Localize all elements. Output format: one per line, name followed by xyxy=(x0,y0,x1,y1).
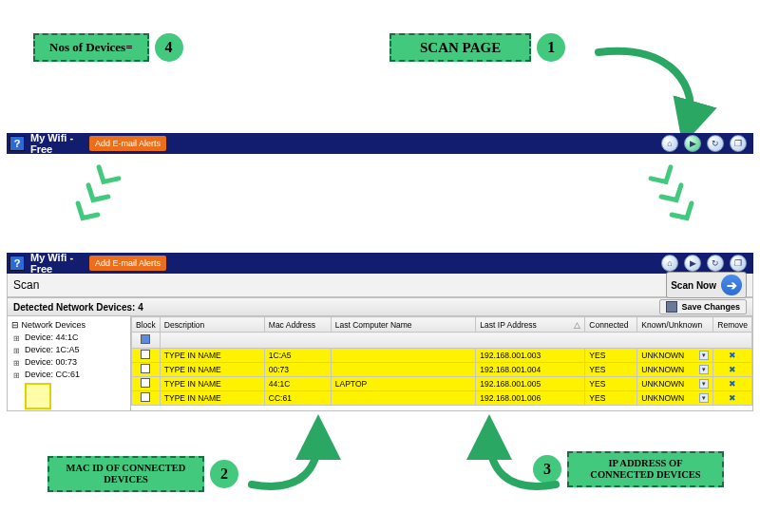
block-all-checkbox[interactable] xyxy=(141,334,150,344)
home-icon[interactable]: ⌂ xyxy=(661,255,678,272)
col-computer[interactable]: Last Computer Name xyxy=(331,317,476,332)
col-ip[interactable]: Last IP Address △ xyxy=(476,317,585,332)
window-icon[interactable]: ❐ xyxy=(730,255,747,272)
device-tree[interactable]: ⊟ Network Devices Device: 44:1C Device: … xyxy=(8,316,131,410)
cell-mac: 1C:A5 xyxy=(264,349,331,363)
arrow-mac xyxy=(247,428,332,494)
window-icon[interactable]: ❐ xyxy=(730,135,747,152)
help-icon[interactable]: ? xyxy=(10,136,25,151)
chevron-down-icon[interactable]: ▾ xyxy=(699,351,709,360)
home-icon[interactable]: ⌂ xyxy=(661,135,678,152)
cell-known[interactable]: UNKNOWN▾ xyxy=(637,363,713,377)
cell-ip: 192.168.001.006 xyxy=(476,391,585,406)
cell-description[interactable]: TYPE IN NAME xyxy=(160,363,264,377)
app-title: Who's On My Wifi - Free Edition xyxy=(30,121,80,166)
detected-bar: Detected Network Devices: 4 Save Changes xyxy=(7,297,753,316)
cell-mac: 44:1C xyxy=(264,377,331,391)
block-checkbox[interactable] xyxy=(141,350,150,359)
device-grid: Block Description Mac Address Last Compu… xyxy=(131,316,752,410)
table-row[interactable]: TYPE IN NAME1C:A5192.168.001.003YESUNKNO… xyxy=(132,349,752,363)
cell-description[interactable]: TYPE IN NAME xyxy=(160,391,264,406)
play-icon[interactable]: ▶ xyxy=(684,135,701,152)
cell-connected: YES xyxy=(585,391,637,406)
chevrons-right xyxy=(647,163,702,230)
scan-toolbar: Scan Scan Now ➔ xyxy=(7,274,753,297)
floppy-icon xyxy=(666,301,677,313)
cell-computer xyxy=(331,349,476,363)
help-icon[interactable]: ? xyxy=(10,256,25,271)
callout-mac: MAC ID OF CONNECTED DEVICES 2 xyxy=(48,456,244,492)
col-block[interactable]: Block xyxy=(132,317,161,332)
callout-scan-badge: 1 xyxy=(537,33,565,62)
tree-item[interactable]: Device: 44:1C xyxy=(11,332,126,344)
scan-now-button[interactable]: Scan Now ➔ xyxy=(666,272,747,298)
titlebar-1: ? Who's On My Wifi - Free Edition Add E-… xyxy=(7,133,753,154)
remove-button[interactable]: ✖ xyxy=(713,363,752,377)
chevron-down-icon[interactable]: ▾ xyxy=(699,393,709,403)
save-changes-label: Save Changes xyxy=(681,302,740,312)
play-icon[interactable]: ▶ xyxy=(684,255,701,272)
cell-known[interactable]: UNKNOWN▾ xyxy=(637,391,713,406)
tree-root-label: Network Devices xyxy=(22,320,86,330)
detected-count-label: Detected Network Devices: 4 xyxy=(13,302,659,313)
cell-connected: YES xyxy=(585,349,637,363)
remove-button[interactable]: ✖ xyxy=(713,391,752,406)
scan-panel: Scan Scan Now ➔ Detected Network Devices… xyxy=(7,274,753,445)
refresh-icon[interactable]: ↻ xyxy=(707,135,724,152)
callout-scan-label: SCAN PAGE xyxy=(390,33,531,62)
table-row[interactable]: TYPE IN NAMECC:61192.168.001.006YESUNKNO… xyxy=(132,391,752,406)
refresh-icon[interactable]: ↻ xyxy=(707,255,724,272)
titlebar-2: ? Who's On My Wifi - Free Edition Add E-… xyxy=(7,253,753,274)
callout-mac-label: MAC ID OF CONNECTED DEVICES xyxy=(48,456,204,492)
callout-mac-badge: 2 xyxy=(210,460,238,488)
scan-now-label: Scan Now xyxy=(671,280,716,291)
cell-computer xyxy=(331,391,476,406)
cell-description[interactable]: TYPE IN NAME xyxy=(160,349,264,363)
cell-mac: 00:73 xyxy=(264,363,331,377)
block-checkbox[interactable] xyxy=(141,364,150,373)
col-description[interactable]: Description xyxy=(160,317,264,332)
col-connected[interactable]: Connected xyxy=(585,317,637,332)
arrow-ip xyxy=(475,428,560,494)
cell-computer xyxy=(331,363,476,377)
cell-computer: LAPTOP xyxy=(331,377,476,391)
callout-ip-label: IP ADDRESS OF CONNECTED DEVICES xyxy=(567,451,724,487)
cell-mac: CC:61 xyxy=(264,391,331,406)
callout-devices-badge: 4 xyxy=(155,33,183,62)
tree-item[interactable]: Device: CC:61 xyxy=(11,369,126,381)
callout-devices-label: Nos of Devices= xyxy=(33,33,149,62)
col-mac[interactable]: Mac Address xyxy=(264,317,331,332)
cell-known[interactable]: UNKNOWN▾ xyxy=(637,377,713,391)
toolbar-buttons: ⌂ ▶ ↻ ❐ xyxy=(661,135,747,152)
remove-button[interactable]: ✖ xyxy=(713,377,752,391)
cell-ip: 192.168.001.005 xyxy=(476,377,585,391)
tree-highlight xyxy=(25,383,51,409)
arrow-right-icon: ➔ xyxy=(721,275,742,295)
arrow-scan-to-play xyxy=(570,48,722,142)
tree-item[interactable]: Device: 1C:A5 xyxy=(11,344,126,356)
cell-ip: 192.168.001.004 xyxy=(476,363,585,377)
toolbar-buttons: ⌂ ▶ ↻ ❐ xyxy=(661,255,747,272)
cell-description[interactable]: TYPE IN NAME xyxy=(160,377,264,391)
cell-connected: YES xyxy=(585,377,637,391)
save-changes-button[interactable]: Save Changes xyxy=(659,299,747,314)
block-checkbox[interactable] xyxy=(141,378,150,388)
callout-scan-page: SCAN PAGE 1 xyxy=(390,33,571,62)
col-remove[interactable]: Remove xyxy=(713,317,752,332)
table-row[interactable]: TYPE IN NAME00:73192.168.001.004YESUNKNO… xyxy=(132,363,752,377)
grid-header-row: Block Description Mac Address Last Compu… xyxy=(132,317,752,332)
chevron-down-icon[interactable]: ▾ xyxy=(699,379,709,389)
cell-ip: 192.168.001.003 xyxy=(476,349,585,363)
add-email-alerts-button[interactable]: Add E-mail Alerts xyxy=(89,136,166,151)
table-row[interactable]: TYPE IN NAME44:1CLAPTOP192.168.001.005YE… xyxy=(132,377,752,391)
chevrons-left xyxy=(67,163,123,230)
add-email-alerts-button[interactable]: Add E-mail Alerts xyxy=(89,256,166,271)
scan-label: Scan xyxy=(13,278,666,292)
tree-item[interactable]: Device: 00:73 xyxy=(11,356,126,369)
col-known[interactable]: Known/Unknown xyxy=(637,317,713,332)
cell-known[interactable]: UNKNOWN▾ xyxy=(637,349,713,363)
remove-button[interactable]: ✖ xyxy=(713,349,752,363)
block-checkbox[interactable] xyxy=(141,392,150,402)
chevron-down-icon[interactable]: ▾ xyxy=(699,365,709,374)
callout-devices-count: Nos of Devices= 4 xyxy=(33,33,189,62)
